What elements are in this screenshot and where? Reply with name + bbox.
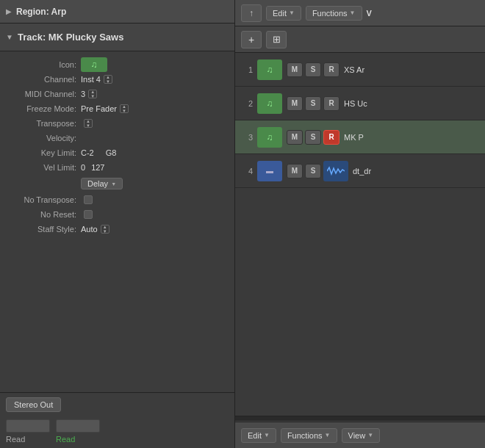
staff-style-value: Auto bbox=[81, 225, 98, 234]
mute-button-3[interactable]: M bbox=[287, 130, 303, 145]
functions-button-bottom[interactable]: Functions ▼ bbox=[281, 428, 337, 443]
read-label-right: Read bbox=[56, 435, 75, 444]
music-note-icon-2: ♫ bbox=[267, 98, 273, 109]
solo-button-3[interactable]: S bbox=[305, 130, 321, 145]
track-label: Track: MK Plucky Saws bbox=[18, 32, 124, 43]
edit-button-top[interactable]: Edit ▼ bbox=[266, 6, 301, 21]
mute-button-4[interactable]: M bbox=[287, 164, 303, 178]
vel-limit-label: Vel Limit: bbox=[0, 163, 81, 172]
velocity-label: Velocity: bbox=[0, 134, 81, 142]
solo-button-1[interactable]: S bbox=[305, 62, 321, 77]
track-name-3: MK P bbox=[344, 133, 479, 142]
track-list: 1 ♫ M S R XS Ar 2 ♫ M S R HS Uc bbox=[235, 53, 485, 416]
staff-style-label: Staff Style: bbox=[0, 225, 81, 234]
velocity-row: Velocity: bbox=[0, 131, 234, 145]
channel-row: Channel: Inst 4 ▲ ▼ bbox=[0, 72, 234, 87]
add-toolbar: + ⊞ bbox=[235, 26, 485, 53]
no-reset-checkbox[interactable] bbox=[84, 210, 93, 219]
record-button-1[interactable]: R bbox=[323, 62, 340, 77]
waveform-icon-4 bbox=[323, 161, 348, 181]
stereo-out-button[interactable]: Stereo Out bbox=[6, 397, 61, 412]
track-row[interactable]: 3 ♫ M S R MK P bbox=[235, 120, 485, 154]
delay-chevron-icon: ▼ bbox=[111, 181, 116, 187]
midi-channel-row: MIDI Channel: 3 ▲ ▼ bbox=[0, 87, 234, 101]
track-row[interactable]: 2 ♫ M S R HS Uc bbox=[235, 87, 485, 120]
edit-chevron-icon-top: ▼ bbox=[289, 10, 295, 16]
msb-group-4: M S bbox=[287, 161, 348, 181]
solo-button-2[interactable]: S bbox=[305, 96, 321, 111]
no-transpose-checkbox[interactable] bbox=[84, 195, 93, 204]
record-button-2[interactable]: R bbox=[323, 96, 340, 111]
up-arrow-icon: ↑ bbox=[249, 8, 254, 18]
no-reset-row: No Reset: bbox=[0, 207, 234, 222]
key-limit-row: Key Limit: C-2 G8 bbox=[0, 145, 234, 160]
track-row[interactable]: 4 ▬ M S dt_dr bbox=[235, 154, 485, 188]
vel-limit-low: 0 bbox=[81, 163, 85, 172]
music-note-icon-3: ♫ bbox=[267, 132, 273, 142]
delay-row: Delay ▼ bbox=[0, 176, 234, 191]
edit-chevron-icon-bottom: ▼ bbox=[264, 432, 270, 438]
key-limit-high: G8 bbox=[106, 148, 117, 157]
right-divider bbox=[235, 416, 485, 422]
up-arrow-button[interactable]: ↑ bbox=[241, 4, 262, 22]
staff-style-row: Staff Style: Auto ▲ ▼ bbox=[0, 222, 234, 236]
view-chevron-icon-bottom: ▼ bbox=[367, 432, 373, 438]
edit-button-bottom[interactable]: Edit ▼ bbox=[241, 428, 276, 443]
fader-box-right[interactable] bbox=[56, 419, 100, 433]
clone-icon: ⊞ bbox=[273, 34, 281, 45]
key-limit-low: C-2 bbox=[81, 148, 94, 157]
track-icon-3: ♫ bbox=[257, 127, 282, 148]
solo-button-4[interactable]: S bbox=[305, 164, 321, 178]
track-num: 4 bbox=[241, 167, 253, 176]
functions-label-top: Functions bbox=[312, 9, 348, 18]
add-button[interactable]: + bbox=[241, 31, 262, 48]
freeze-mode-row: Freeze Mode: Pre Fader ▲ ▼ bbox=[0, 101, 234, 116]
view-label-top: V bbox=[367, 9, 372, 18]
properties-panel: Icon: ♫ Channel: Inst 4 ▲ ▼ MIDI Channel… bbox=[0, 51, 234, 392]
msb-group-1: M S R bbox=[287, 62, 340, 77]
view-button-bottom[interactable]: View ▼ bbox=[342, 428, 381, 443]
left-bottom: Stereo Out Read Read bbox=[0, 392, 234, 448]
music-note-icon-1: ♫ bbox=[267, 65, 273, 75]
edit-label-top: Edit bbox=[273, 9, 287, 18]
track-name-1: XS Ar bbox=[344, 65, 479, 74]
functions-button-top[interactable]: Functions ▼ bbox=[306, 6, 362, 21]
mute-button-2[interactable]: M bbox=[287, 96, 303, 111]
track-icon-4: ▬ bbox=[257, 161, 282, 181]
freeze-mode-value: Pre Fader bbox=[81, 104, 117, 113]
track-num: 2 bbox=[241, 99, 253, 108]
midi-channel-value: 3 bbox=[81, 90, 85, 98]
freeze-mode-label: Freeze Mode: bbox=[0, 104, 81, 113]
transpose-spinner[interactable]: ▲ ▼ bbox=[84, 119, 93, 128]
icon-label: Icon: bbox=[0, 60, 81, 69]
record-button-3[interactable]: R bbox=[323, 130, 340, 145]
delay-button[interactable]: Delay ▼ bbox=[81, 178, 123, 189]
fader-icon: ▬ bbox=[266, 167, 273, 175]
waveform-svg bbox=[327, 166, 345, 176]
msb-group-2: M S R bbox=[287, 96, 340, 111]
region-collapse-icon[interactable]: ▶ bbox=[6, 7, 12, 15]
track-icon-box[interactable]: ♫ bbox=[81, 57, 107, 72]
channel-label: Channel: bbox=[0, 75, 81, 84]
channel-spinner[interactable]: ▲ ▼ bbox=[104, 75, 112, 84]
fader-box-left[interactable] bbox=[6, 419, 50, 433]
track-collapse-icon[interactable]: ▼ bbox=[6, 33, 13, 41]
fader-area: Read Read bbox=[6, 419, 229, 444]
track-name-4: dt_dr bbox=[353, 167, 479, 176]
track-row[interactable]: 1 ♫ M S R XS Ar bbox=[235, 53, 485, 87]
read-label-left: Read bbox=[6, 435, 25, 444]
midi-channel-spinner[interactable]: ▲ ▼ bbox=[88, 90, 97, 98]
mute-button-1[interactable]: M bbox=[287, 62, 303, 77]
midi-channel-label: MIDI Channel: bbox=[0, 90, 81, 98]
freeze-mode-spinner[interactable]: ▲ ▼ bbox=[120, 104, 129, 113]
transpose-row: Transpose: ▲ ▼ bbox=[0, 116, 234, 131]
staff-style-spinner[interactable]: ▲ ▼ bbox=[101, 225, 109, 234]
functions-label-bottom: Functions bbox=[287, 431, 323, 440]
no-reset-label: No Reset: bbox=[0, 210, 81, 219]
no-transpose-row: No Transpose: bbox=[0, 192, 234, 207]
right-toolbar: ↑ Edit ▼ Functions ▼ V bbox=[235, 0, 485, 26]
track-num: 1 bbox=[241, 65, 253, 74]
clone-button[interactable]: ⊞ bbox=[266, 31, 287, 48]
track-name-2: HS Uc bbox=[344, 99, 479, 108]
vel-limit-row: Vel Limit: 0 127 bbox=[0, 160, 234, 175]
